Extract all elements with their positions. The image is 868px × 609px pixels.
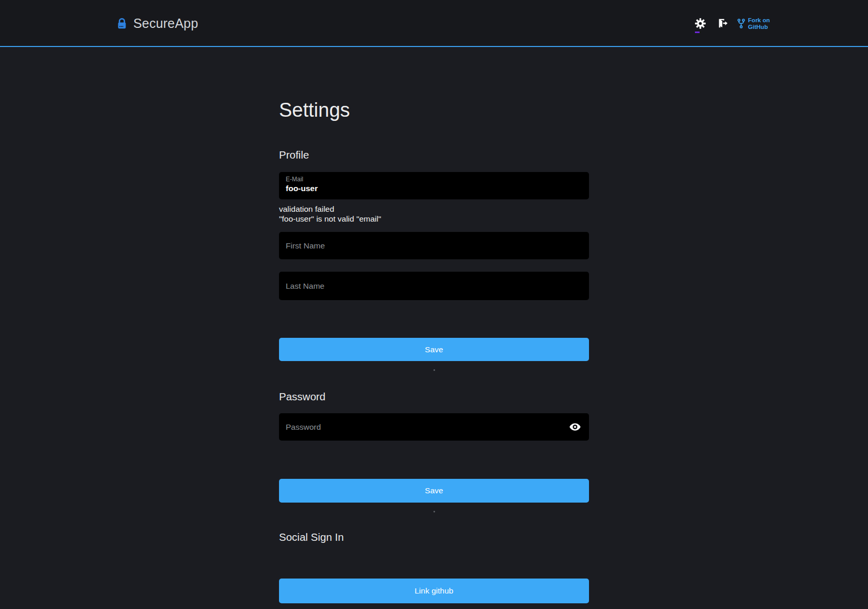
app-title: SecureApp <box>133 16 198 31</box>
gear-icon <box>695 18 706 29</box>
app-logo: SecureApp <box>117 0 198 47</box>
logout-door-icon <box>717 18 728 29</box>
password-field-box <box>279 413 589 441</box>
header-actions: Fork on GitHub <box>694 0 770 47</box>
git-fork-icon <box>737 19 745 28</box>
email-input[interactable] <box>286 184 582 193</box>
settings-gear-button[interactable] <box>694 17 707 30</box>
first-name-input[interactable] <box>279 232 589 259</box>
password-input[interactable] <box>279 413 589 441</box>
lock-icon <box>117 18 127 30</box>
password-section-title: Password <box>279 390 589 403</box>
app-header: SecureApp <box>0 0 868 47</box>
last-name-input[interactable] <box>279 272 589 300</box>
settings-form-column: Settings Profile E-Mail validation faile… <box>279 47 589 603</box>
email-field-box: E-Mail <box>279 172 589 199</box>
fork-on-github-link[interactable]: Fork on GitHub <box>737 17 770 30</box>
email-field-label: E-Mail <box>286 176 582 183</box>
section-divider-dot <box>433 369 435 371</box>
profile-save-button[interactable]: Save <box>279 338 589 361</box>
gear-underline-mark <box>695 32 700 33</box>
link-github-button[interactable]: Link github <box>279 579 589 603</box>
logout-button[interactable] <box>716 17 729 30</box>
section-divider-dot <box>433 511 435 512</box>
fork-link-label: Fork on GitHub <box>748 17 770 30</box>
validation-error-line1: validation failed <box>279 204 589 214</box>
validation-error-line2: "foo-user" is not valid "email" <box>279 214 589 224</box>
social-signin-section-title: Social Sign In <box>279 530 589 544</box>
password-save-button[interactable]: Save <box>279 479 589 503</box>
profile-section-title: Profile <box>279 148 589 162</box>
page-title: Settings <box>279 47 589 121</box>
toggle-password-visibility-button[interactable] <box>568 422 582 432</box>
email-validation-error: validation failed "foo-user" is not vali… <box>279 204 589 224</box>
eye-icon <box>569 423 581 431</box>
